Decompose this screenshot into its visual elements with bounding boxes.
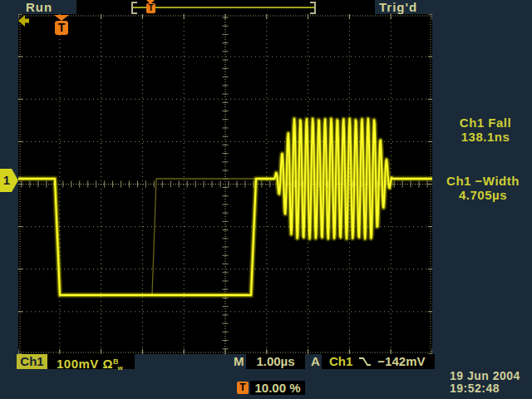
trigger-a-label: A bbox=[311, 354, 320, 369]
graticule: T bbox=[18, 14, 432, 354]
trigger-readout: Ch1 −142mV bbox=[322, 354, 435, 369]
bandwidth-limit-icon: Bw bbox=[113, 362, 123, 370]
measurement-value: 4.705µs bbox=[433, 188, 532, 202]
measurement-value: 138.1ns bbox=[436, 130, 532, 144]
trigger-marker-t-icon: T bbox=[55, 21, 68, 35]
channel1-ground-marker: 1 bbox=[0, 169, 18, 192]
waveform-display bbox=[18, 14, 432, 354]
falling-edge-icon bbox=[358, 357, 372, 367]
trigger-status: Trig'd bbox=[379, 0, 417, 14]
datetime-readout: 19 Jun 2004 19:52:48 bbox=[450, 370, 520, 395]
trigger-marker-triangle-icon bbox=[54, 15, 69, 21]
trigger-position-readout: 10.00 % bbox=[250, 381, 305, 395]
time-label: 19:52:48 bbox=[450, 382, 520, 395]
measurement-label: Ch1 −Width bbox=[433, 174, 532, 188]
record-bar-line bbox=[133, 7, 314, 8]
impedance-symbol: Ω bbox=[103, 357, 114, 371]
bottom-readout-row: Ch1 100mV ΩBw M 1.00µs A Ch1 −142mV bbox=[0, 354, 532, 370]
trigger-position-marker-graticule: T bbox=[53, 15, 70, 37]
channel1-scale-readout: 100mV ΩBw bbox=[47, 354, 135, 369]
top-status-bar: Run T Trig'd bbox=[0, 0, 532, 14]
record-start-bracket bbox=[131, 2, 137, 14]
timebase-m-label: M bbox=[234, 354, 244, 369]
trigger-source: Ch1 bbox=[329, 354, 352, 369]
timebase-readout: 1.00µs bbox=[246, 354, 305, 369]
record-end-bracket bbox=[310, 2, 316, 14]
channel1-marker-label: 1 bbox=[3, 173, 10, 187]
trigger-level: −142mV bbox=[377, 354, 425, 369]
acquisition-status: Run bbox=[26, 0, 52, 14]
trigger-level-arrow-icon bbox=[18, 14, 29, 27]
measurement-ch1-width: Ch1 −Width 4.705µs bbox=[433, 174, 532, 202]
measurement-label: Ch1 Fall bbox=[436, 116, 532, 130]
trigger-marker-t-icon: T bbox=[146, 3, 155, 13]
oscilloscope-screen: Run T Trig'd T 1 Ch1 Fall 138.1ns bbox=[0, 0, 532, 399]
measurement-ch1-fall: Ch1 Fall 138.1ns bbox=[436, 116, 532, 144]
channel1-badge: Ch1 bbox=[17, 354, 47, 369]
trigger-t-icon: T bbox=[237, 382, 249, 394]
vertical-scale: 100mV bbox=[57, 357, 99, 371]
trigger-position-marker-record: T bbox=[145, 0, 156, 13]
record-view: T bbox=[76, 0, 375, 14]
date-label: 19 Jun 2004 bbox=[450, 370, 520, 382]
